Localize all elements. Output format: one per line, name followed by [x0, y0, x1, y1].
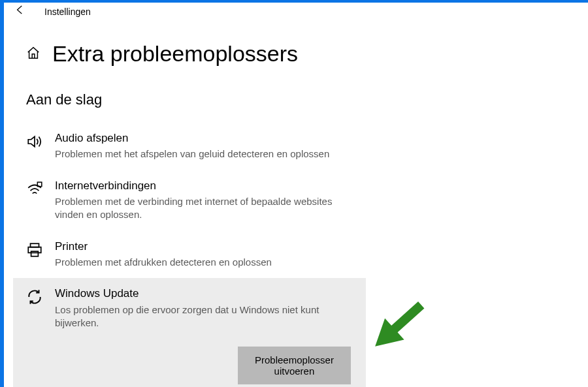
annotation-arrow-icon: [363, 290, 441, 358]
item-title: Printer: [55, 240, 353, 253]
svg-line-4: [389, 305, 421, 333]
item-title: Windows Update: [55, 287, 351, 300]
app-title: Instellingen: [44, 7, 91, 17]
back-icon[interactable]: [14, 4, 26, 19]
item-desc: Problemen met de verbinding met internet…: [55, 195, 353, 222]
item-desc: Problemen met afdrukken detecteren en op…: [55, 256, 353, 269]
page-title: Extra probleemoplossers: [52, 41, 298, 67]
item-desc: Problemen met het afspelen van geluid de…: [55, 147, 353, 161]
wifi-icon: [26, 181, 43, 198]
update-icon: [26, 288, 43, 305]
printer-icon: [26, 241, 43, 258]
item-title: Internetverbindingen: [55, 179, 353, 193]
troubleshooter-item-internet[interactable]: Internetverbindingen Problemen met de ve…: [13, 170, 366, 231]
troubleshooter-item-windows-update[interactable]: Windows Update Los problemen op die ervo…: [13, 278, 366, 387]
troubleshooter-item-printer[interactable]: Printer Problemen met afdrukken detecter…: [13, 231, 366, 279]
speaker-icon: [26, 133, 43, 150]
item-desc: Los problemen op die ervoor zorgen dat u…: [55, 303, 351, 330]
item-title: Audio afspelen: [55, 132, 353, 145]
svg-rect-3: [31, 251, 39, 256]
title-bar: Instellingen: [0, 0, 588, 23]
section-title: Aan de slag: [0, 67, 588, 108]
svg-marker-5: [365, 318, 404, 355]
run-troubleshooter-button[interactable]: Probleemoplosser uitvoeren: [238, 347, 351, 384]
troubleshooter-item-audio[interactable]: Audio afspelen Problemen met het afspele…: [13, 123, 366, 170]
troubleshooter-list: Audio afspelen Problemen met het afspele…: [0, 108, 366, 387]
page-heading-row: Extra probleemoplossers: [0, 23, 588, 67]
home-icon: [26, 46, 41, 63]
